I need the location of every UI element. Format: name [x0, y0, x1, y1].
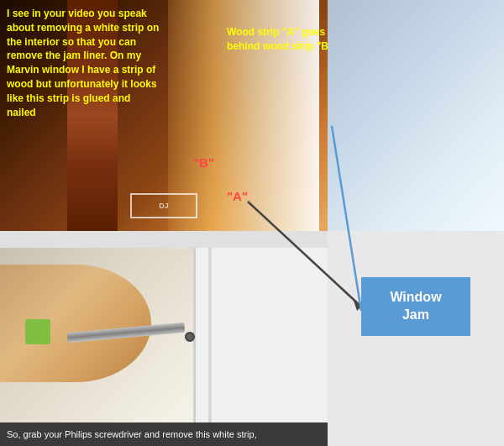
caption-text: So, grab your Philips screwdriver and re…: [7, 429, 257, 439]
image-separator: [0, 231, 328, 248]
screw-hole: [185, 332, 195, 342]
window-jam-box: WindowJam: [361, 277, 470, 336]
top-text-left: I see in your video you speak about remo…: [7, 7, 162, 119]
tape-handle: [25, 319, 50, 344]
window-frame: [193, 248, 328, 424]
svg-marker-1: [353, 298, 361, 311]
top-text-right: Wood strip "A" goes behind wood strip "B…: [227, 25, 328, 54]
window-jam-label: WindowJam: [390, 289, 441, 324]
top-image: I see in your video you speak about remo…: [0, 0, 328, 231]
bottom-caption-bar: So, grab your Philips screwdriver and re…: [0, 422, 328, 446]
watermark-text: DJ: [159, 202, 169, 210]
watermark: DJ: [130, 193, 197, 218]
top-right-window-area: [328, 0, 504, 231]
label-b: "B": [193, 155, 214, 170]
label-a: "A": [227, 189, 248, 203]
main-container: I see in your video you speak about remo…: [0, 0, 504, 446]
bottom-image: [0, 248, 328, 424]
